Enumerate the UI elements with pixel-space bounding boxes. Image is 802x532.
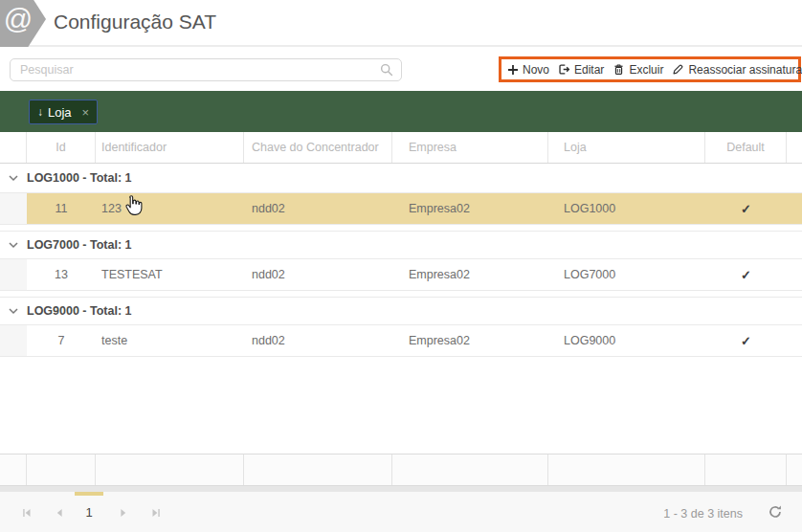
cell-chave-do-concentrador: ndd02 <box>244 325 392 356</box>
pencil-icon <box>672 63 684 76</box>
chevron-down-icon[interactable] <box>8 172 19 184</box>
cell-loja: LOG1000 <box>548 193 705 224</box>
column-header-default[interactable]: Default <box>705 132 787 163</box>
group-row-log7000[interactable]: LOG7000 - Total: 1 <box>0 231 802 259</box>
current-page-indicator <box>75 492 103 496</box>
cell-id: 7 <box>27 325 96 356</box>
excluir-button[interactable]: Excluir <box>612 63 664 77</box>
column-header-identificador[interactable]: Identificador <box>96 132 244 163</box>
trash-icon <box>613 63 625 76</box>
app-logo-badge: @ <box>0 0 46 47</box>
cell-empresa: Empresa02 <box>392 193 548 224</box>
cell-default: ✓ <box>705 325 787 356</box>
next-page-icon <box>117 506 130 520</box>
cell-id: 11 <box>27 193 96 224</box>
cell-default: ✓ <box>705 193 787 224</box>
search-box <box>10 58 402 81</box>
cell-loja: LOG7000 <box>548 259 705 290</box>
default-check-icon: ✓ <box>741 268 751 282</box>
plus-icon <box>507 64 519 76</box>
grid-header: Id Identificador Chave do Concentrador E… <box>0 132 802 164</box>
group-label: LOG1000 - Total: 1 <box>27 171 132 185</box>
default-check-icon: ✓ <box>741 202 751 216</box>
novo-label: Novo <box>523 63 549 77</box>
pager: 1 1 - 3 de 3 itens <box>0 492 802 532</box>
chevron-down-icon[interactable] <box>8 239 19 251</box>
cell-identificador: TESTESAT <box>96 259 244 290</box>
reassociar-assinatura-button[interactable]: Reassociar assinatura AC <box>671 63 802 77</box>
novo-button[interactable]: Novo <box>506 63 550 77</box>
column-header-id[interactable]: Id <box>27 132 96 163</box>
group-label: LOG9000 - Total: 1 <box>27 304 132 318</box>
row-indent-cell <box>0 325 27 356</box>
sort-desc-icon: ↓ <box>37 105 43 119</box>
group-row-log1000[interactable]: LOG1000 - Total: 1 <box>0 164 802 193</box>
cell-chave-do-concentrador: ndd02 <box>244 193 392 224</box>
cell-empresa: Empresa02 <box>392 325 548 356</box>
cell-identificador: teste <box>96 325 244 356</box>
table-row[interactable]: 13 TESTESAT ndd02 Empresa02 LOG7000 ✓ <box>0 259 802 291</box>
editar-label: Editar <box>574 63 604 77</box>
first-page-button[interactable] <box>20 506 33 520</box>
group-chip-loja[interactable]: ↓ Loja × <box>29 100 98 124</box>
action-toolbar: Novo Editar Excluir <box>499 56 801 82</box>
current-page-number[interactable]: 1 <box>75 505 103 520</box>
column-header-chave-do-concentrador[interactable]: Chave do Concentrador <box>244 132 392 163</box>
editar-button[interactable]: Editar <box>557 63 605 77</box>
row-indent-cell <box>0 259 27 290</box>
page-title: Configuração SAT <box>54 11 216 33</box>
row-scrollbar-spacer <box>787 325 802 356</box>
group-label: LOG7000 - Total: 1 <box>27 238 132 252</box>
configuracao-sat-page: @ Configuração SAT Novo <box>0 0 802 532</box>
edit-arrow-icon <box>558 63 570 76</box>
excluir-label: Excluir <box>629 63 663 77</box>
previous-page-button[interactable] <box>53 506 66 520</box>
at-icon: @ <box>4 5 33 33</box>
cell-empresa: Empresa02 <box>392 259 548 290</box>
group-row-log9000[interactable]: LOG9000 - Total: 1 <box>0 297 802 325</box>
column-header-loja[interactable]: Loja <box>548 132 705 163</box>
cell-chave-do-concentrador: ndd02 <box>244 259 392 290</box>
refresh-button[interactable] <box>768 504 783 520</box>
table-row[interactable]: 7 teste ndd02 Empresa02 LOG9000 ✓ <box>0 325 802 357</box>
reassociar-assinatura-label: Reassociar assinatura AC <box>688 63 802 77</box>
search-input[interactable] <box>11 63 380 77</box>
cell-identificador: 123 <box>96 193 244 224</box>
cell-default: ✓ <box>705 259 787 290</box>
cell-loja: LOG9000 <box>548 325 705 356</box>
row-scrollbar-spacer <box>787 259 802 290</box>
row-indent-cell <box>0 193 27 224</box>
last-page-icon <box>149 506 163 520</box>
column-header-empresa[interactable]: Empresa <box>392 132 548 163</box>
header-scrollbar-spacer <box>787 132 802 163</box>
last-page-button[interactable] <box>149 506 163 520</box>
table-row[interactable]: 11 123 ndd02 Empresa02 LOG1000 ✓ <box>0 193 802 225</box>
hand-cursor-icon <box>122 193 143 218</box>
toolbar-row: Novo Editar Excluir <box>0 47 802 91</box>
group-chip-label: Loja <box>48 105 72 120</box>
empty-grid-row <box>0 454 802 486</box>
first-page-icon <box>20 506 33 520</box>
previous-page-icon <box>53 506 66 520</box>
close-icon[interactable]: × <box>82 105 90 120</box>
default-check-icon: ✓ <box>741 334 751 348</box>
items-count-label: 1 - 3 de 3 itens <box>663 507 743 521</box>
cell-id: 13 <box>27 259 96 290</box>
search-icon <box>380 63 393 77</box>
grid-empty-area <box>0 357 802 454</box>
app-header: @ Configuração SAT <box>0 0 802 47</box>
next-page-button[interactable] <box>117 506 130 520</box>
header-expander-spacer <box>0 132 27 163</box>
row-scrollbar-spacer <box>787 193 802 224</box>
refresh-icon <box>768 504 783 520</box>
chevron-down-icon[interactable] <box>8 305 19 317</box>
group-bar: ↓ Loja × <box>0 91 802 132</box>
